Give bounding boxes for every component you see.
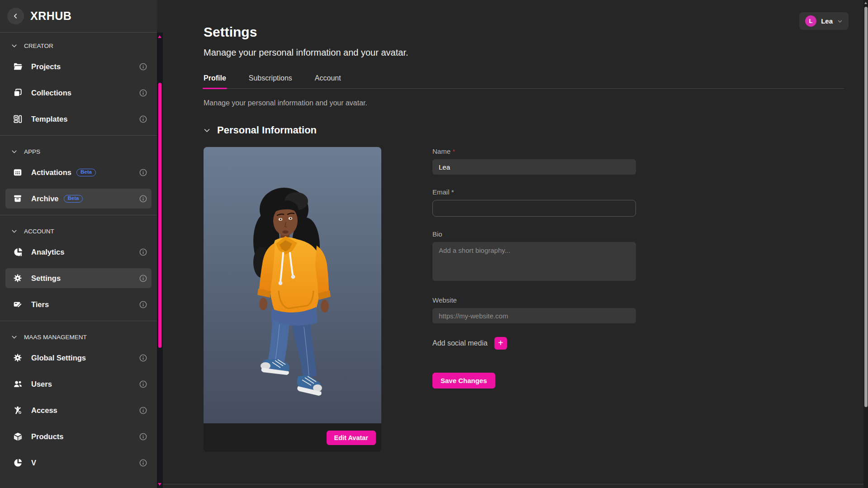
section-divider — [0, 135, 157, 136]
tab-bar: Profile Subscriptions Account — [204, 74, 844, 89]
info-icon[interactable] — [139, 380, 147, 388]
sidebar-group-apps[interactable]: APPS — [0, 142, 157, 161]
sidebar-item-activations[interactable]: Activations Beta — [5, 162, 152, 182]
sidebar-item-access[interactable]: Access — [5, 400, 152, 420]
info-icon[interactable] — [139, 169, 147, 176]
products-icon — [12, 431, 24, 442]
sidebar-group-account[interactable]: ACCOUNT — [0, 222, 157, 240]
gear-icon — [12, 353, 24, 363]
chevron-down-icon — [11, 228, 17, 234]
sidebar-item-label: Archive — [31, 194, 59, 203]
group-label: APPS — [24, 148, 40, 155]
sidebar-item-products[interactable]: Products — [5, 426, 152, 446]
back-button[interactable] — [7, 8, 24, 24]
personal-information-header[interactable]: Personal Information — [204, 124, 844, 136]
required-mark: * — [452, 147, 455, 155]
info-icon[interactable] — [139, 354, 147, 362]
header-divider — [0, 32, 157, 33]
analytics-icon — [12, 247, 24, 257]
tab-subscriptions[interactable]: Subscriptions — [249, 74, 292, 88]
sidebar-item-label: Templates — [31, 115, 67, 123]
sidebar-scrollbar[interactable] — [157, 33, 163, 488]
sidebar-item-settings[interactable]: Settings — [5, 268, 152, 288]
chevron-down-icon — [11, 43, 17, 49]
pie-icon — [12, 458, 24, 468]
section-divider — [0, 215, 157, 215]
info-icon[interactable] — [139, 89, 147, 97]
scroll-up-arrow[interactable] — [158, 35, 161, 38]
activations-icon — [12, 167, 24, 177]
sidebar-item-label: Projects — [31, 62, 61, 71]
section-title: Personal Information — [217, 124, 317, 136]
chevron-down-icon — [11, 334, 17, 340]
sidebar-item-label: Collections — [31, 89, 71, 97]
user-menu[interactable]: L Lea — [799, 12, 849, 30]
archive-icon — [12, 194, 24, 204]
profile-form: Name * Email * Bio Websi — [432, 147, 636, 389]
info-icon[interactable] — [139, 195, 147, 203]
sidebar-item-label: Analytics — [31, 248, 64, 256]
main-content: L Lea Settings Manage your personal info… — [163, 0, 863, 488]
sidebar-item-label: Products — [31, 432, 64, 441]
chevron-down-icon — [204, 127, 210, 134]
folder-icon — [12, 62, 24, 72]
sidebar-item-label: Users — [31, 380, 52, 389]
bio-label: Bio — [432, 230, 636, 238]
info-icon[interactable] — [139, 301, 147, 308]
avatar-card-footer: Edit Avatar — [204, 423, 381, 452]
email-label: Email * — [432, 188, 636, 196]
access-icon — [12, 405, 24, 416]
scroll-down-arrow[interactable] — [158, 483, 161, 486]
collections-icon — [12, 88, 24, 98]
required-mark: * — [451, 188, 454, 196]
info-icon[interactable] — [139, 63, 147, 71]
group-label: ACCOUNT — [24, 228, 54, 235]
group-label: MAAS MANAGEMENT — [24, 334, 87, 341]
tab-profile[interactable]: Profile — [204, 74, 226, 88]
page-scrollbar[interactable] — [863, 0, 868, 488]
scrollbar-thumb[interactable] — [158, 83, 161, 348]
scroll-up-arrow[interactable] — [864, 2, 867, 4]
sidebar-item-tiers[interactable]: Tiers — [5, 294, 152, 314]
add-social-media-label: Add social media — [432, 339, 488, 347]
info-icon[interactable] — [139, 115, 147, 123]
avatar-3d-preview[interactable] — [204, 147, 381, 423]
name-label: Name * — [432, 147, 636, 155]
tiers-icon — [12, 299, 24, 310]
sidebar-item-users[interactable]: Users — [5, 374, 152, 394]
sidebar-item-archive[interactable]: Archive Beta — [5, 189, 152, 208]
gear-icon — [12, 273, 24, 283]
chevron-left-icon — [13, 13, 19, 19]
info-icon[interactable] — [139, 275, 147, 282]
sidebar-group-creator[interactable]: CREATOR — [0, 37, 157, 55]
avatar-card: Edit Avatar — [204, 147, 381, 452]
tab-account[interactable]: Account — [315, 74, 341, 88]
sidebar-group-maas-management[interactable]: MAAS MANAGEMENT — [0, 328, 157, 346]
sidebar-item-templates[interactable]: Templates — [5, 109, 152, 129]
section-divider — [0, 321, 157, 321]
sidebar-item-partial[interactable]: V — [5, 453, 152, 473]
website-field[interactable] — [432, 308, 636, 323]
users-icon — [12, 379, 24, 389]
sidebar-item-analytics[interactable]: Analytics — [5, 242, 152, 262]
info-icon[interactable] — [139, 248, 147, 256]
name-field[interactable] — [432, 159, 636, 175]
avatar-illustration — [204, 147, 381, 423]
info-icon[interactable] — [139, 407, 147, 414]
sidebar-item-global-settings[interactable]: Global Settings — [5, 348, 152, 368]
info-icon[interactable] — [139, 459, 147, 467]
info-icon[interactable] — [139, 433, 147, 441]
edit-avatar-button[interactable]: Edit Avatar — [327, 431, 376, 445]
scrollbar-thumb[interactable] — [864, 7, 868, 407]
bio-field[interactable] — [432, 242, 636, 281]
chevron-down-icon — [11, 149, 17, 155]
add-social-media-button[interactable]: + — [494, 337, 507, 350]
group-label: CREATOR — [24, 43, 53, 49]
user-name: Lea — [821, 17, 833, 25]
sidebar-item-label: Settings — [31, 274, 61, 283]
sidebar-item-collections[interactable]: Collections — [5, 83, 152, 103]
save-changes-button[interactable]: Save Changes — [432, 373, 495, 389]
sidebar-item-projects[interactable]: Projects — [5, 57, 152, 76]
app-logo: XRHUB — [30, 9, 71, 23]
email-field[interactable] — [432, 200, 636, 217]
